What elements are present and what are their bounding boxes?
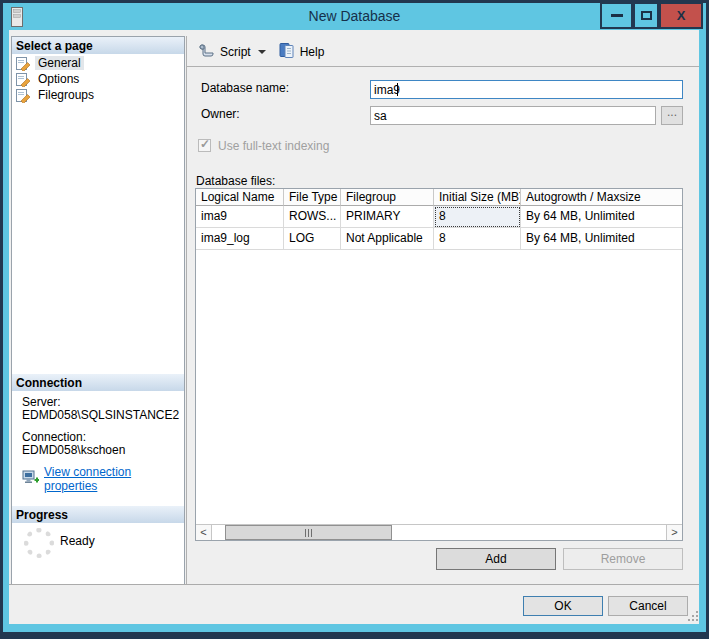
- view-connection-properties-link[interactable]: View connection properties: [44, 465, 184, 493]
- fulltext-checkbox: ✓: [198, 139, 211, 152]
- column-header-filegroup: Filegroup: [341, 189, 434, 206]
- database-files-label: Database files:: [196, 174, 275, 188]
- connection-label: Connection:: [22, 430, 86, 444]
- grip-icon: [305, 529, 313, 537]
- cell-filegroup[interactable]: Not Applicable: [341, 228, 434, 250]
- page-icon: [15, 56, 31, 71]
- horizontal-scrollbar: < >: [196, 524, 682, 540]
- database-files-grid: Logical Name File Type Filegroup Initial…: [195, 188, 683, 541]
- file-row: ima9_log LOG Not Applicable 8 By 64 MB, …: [196, 228, 682, 250]
- close-icon: X: [677, 9, 686, 22]
- owner-input[interactable]: [370, 106, 656, 125]
- column-header-file-type: File Type: [284, 189, 341, 206]
- resize-grip-icon[interactable]: [686, 609, 699, 622]
- script-label: Script: [220, 45, 251, 59]
- owner-label: Owner:: [201, 107, 240, 121]
- sidebar-item-label: Options: [35, 72, 82, 86]
- server-value: EDMD058\SQLSINSTANCE2: [22, 408, 179, 422]
- titlebar[interactable]: New Database X: [3, 3, 706, 30]
- checkmark-icon: ✓: [200, 137, 210, 151]
- page-list: General Options Filegroups: [12, 55, 184, 103]
- file-row: ima9 ROWS... PRIMARY 8 By 64 MB, Unlimit…: [196, 206, 682, 228]
- progress-status: Ready: [60, 534, 95, 548]
- database-name-input[interactable]: [370, 80, 683, 99]
- sidebar-item-options[interactable]: Options: [12, 71, 184, 87]
- column-header-logical-name: Logical Name: [196, 189, 284, 206]
- cell-autogrowth[interactable]: By 64 MB, Unlimited: [521, 206, 682, 228]
- chevron-down-icon: [258, 50, 266, 54]
- cell-file-type[interactable]: LOG: [284, 228, 341, 250]
- column-header-initial-size: Initial Size (MB): [434, 189, 521, 206]
- connection-value: EDMD058\kschoen: [22, 443, 125, 457]
- server-label: Server:: [22, 395, 61, 409]
- sidebar-item-filegroups[interactable]: Filegroups: [12, 87, 184, 103]
- footer-divider: [9, 584, 699, 585]
- cell-initial-size[interactable]: 8: [434, 228, 521, 250]
- help-button[interactable]: Help: [275, 40, 329, 63]
- remove-button: Remove: [563, 548, 683, 570]
- progress-header: Progress: [12, 506, 184, 523]
- text-caret: [397, 83, 398, 96]
- panel-divider: [186, 36, 187, 585]
- page-icon: [15, 88, 31, 103]
- connection-header: Connection: [12, 374, 184, 391]
- cell-filegroup[interactable]: PRIMARY: [341, 206, 434, 228]
- scroll-left-button[interactable]: <: [196, 525, 212, 540]
- database-name-label: Database name:: [201, 81, 289, 95]
- cell-file-type[interactable]: ROWS...: [284, 206, 341, 228]
- cancel-button[interactable]: Cancel: [608, 596, 688, 616]
- fulltext-label: Use full-text indexing: [218, 139, 329, 153]
- help-book-icon: [279, 42, 295, 61]
- minimize-icon: [611, 14, 623, 17]
- add-button[interactable]: Add: [436, 548, 556, 570]
- maximize-button[interactable]: [633, 2, 659, 29]
- toolbar-divider: [187, 66, 699, 67]
- close-button[interactable]: X: [659, 2, 703, 29]
- scrollbar-thumb[interactable]: [225, 525, 392, 540]
- owner-browse-button[interactable]: ...: [661, 106, 683, 125]
- scrollbar-track[interactable]: [212, 525, 666, 540]
- sidebar-item-label: General: [35, 56, 84, 70]
- grid-header-row: Logical Name File Type Filegroup Initial…: [196, 189, 682, 206]
- maximize-icon: [641, 11, 652, 20]
- minimize-button[interactable]: [600, 2, 633, 29]
- sidebar-item-general[interactable]: General: [12, 55, 184, 71]
- toolbar: Script Help: [194, 40, 328, 63]
- monitor-icon: [22, 470, 39, 488]
- cell-initial-size[interactable]: 8: [434, 206, 521, 228]
- ok-button[interactable]: OK: [523, 596, 603, 616]
- progress-spinner-icon: [24, 528, 54, 558]
- scroll-right-button[interactable]: >: [666, 525, 682, 540]
- select-page-header: Select a page: [12, 37, 184, 54]
- script-scroll-icon: [198, 42, 215, 61]
- left-panel: Select a page General Options Filegroups…: [11, 36, 185, 585]
- page-icon: [15, 72, 31, 87]
- help-label: Help: [300, 45, 325, 59]
- script-button[interactable]: Script: [194, 40, 270, 63]
- cell-logical-name[interactable]: ima9_log: [196, 228, 284, 250]
- cell-autogrowth[interactable]: By 64 MB, Unlimited: [521, 228, 682, 250]
- column-header-autogrowth: Autogrowth / Maxsize: [521, 189, 682, 206]
- cell-logical-name[interactable]: ima9: [196, 206, 284, 228]
- sidebar-item-label: Filegroups: [35, 88, 97, 102]
